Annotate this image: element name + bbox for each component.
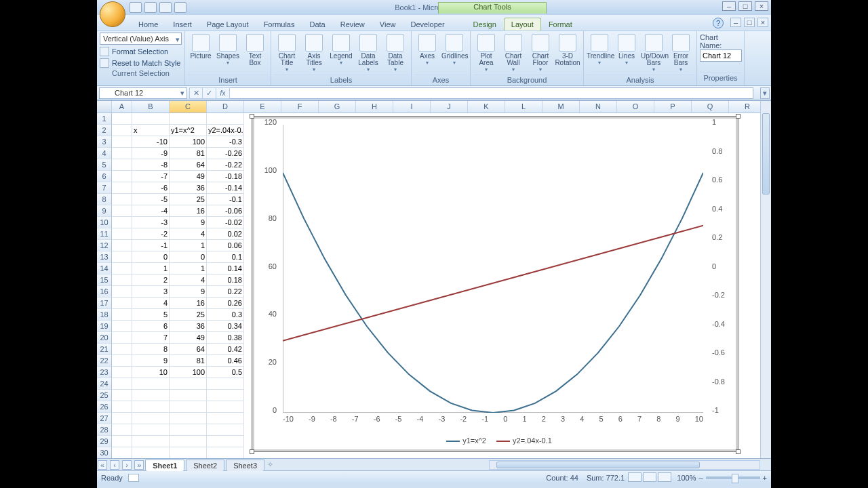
cell[interactable]: 16 [170,205,207,217]
cell[interactable] [170,436,207,447]
cell[interactable] [170,424,207,436]
tab-review[interactable]: Review [333,18,372,30]
error-bars-button[interactable]: Error Bars [668,33,694,73]
cell[interactable]: 0 [132,251,170,263]
macro-record-icon[interactable] [128,474,139,482]
row-header[interactable]: 9 [97,205,112,217]
row-header[interactable]: 13 [97,251,112,263]
plot-area-button[interactable]: Plot Area [473,33,499,73]
row-header[interactable]: 7 [97,182,112,194]
column-header-D[interactable]: D [207,101,244,113]
fx-icon[interactable]: fx [216,87,230,99]
cell[interactable] [132,378,170,390]
cell[interactable]: 8 [132,344,170,355]
column-header-E[interactable]: E [244,101,281,113]
cell[interactable]: 3 [132,286,170,298]
column-header-J[interactable]: J [431,101,468,113]
cell[interactable]: 6 [132,321,170,332]
column-header-C[interactable]: C [170,101,207,113]
cell[interactable]: -0.18 [207,171,244,182]
cell[interactable]: 0.46 [207,355,244,367]
tab-developer[interactable]: Developer [403,18,452,30]
rotation-button[interactable]: 3-D Rotation [555,33,580,66]
zoom-slider[interactable] [706,476,760,479]
close-button[interactable]: × [755,1,768,11]
cell[interactable] [112,148,132,159]
cell[interactable]: 9 [170,286,207,298]
cell[interactable] [132,436,170,447]
cell[interactable] [132,413,170,424]
cell[interactable] [170,413,207,424]
cell[interactable] [207,436,244,447]
cell[interactable]: 4 [132,298,170,309]
cell[interactable]: 25 [170,194,207,205]
help-icon[interactable]: ? [713,18,724,28]
cell[interactable] [112,228,132,240]
text-box-button[interactable]: Text Box [242,33,268,66]
chart-element-combo[interactable]: Vertical (Value) Axis [100,33,182,45]
chart-floor-button[interactable]: Chart Floor [528,33,553,73]
sheet-nav-first-icon[interactable]: « [98,460,107,470]
trendline-button[interactable]: Trendline [587,33,612,66]
row-header[interactable]: 10 [97,217,112,228]
cell[interactable] [132,401,170,413]
row-header[interactable]: 12 [97,240,112,251]
cell[interactable] [112,113,132,125]
cell[interactable]: 0.1 [207,251,244,263]
tab-format[interactable]: Format [541,18,580,30]
cell[interactable] [112,159,132,171]
cell[interactable]: 0.5 [207,367,244,378]
tab-formulas[interactable]: Formulas [256,18,302,30]
cell[interactable]: 36 [170,321,207,332]
axis-titles-button[interactable]: Axis Titles [301,33,327,73]
cell[interactable]: -2 [132,228,170,240]
column-header-A[interactable]: A [112,101,132,113]
page-break-view-icon[interactable] [658,472,671,482]
chart-name-input[interactable] [700,49,742,62]
cell[interactable] [112,298,132,309]
cell[interactable]: -7 [132,171,170,182]
cell[interactable] [112,136,132,148]
cell[interactable]: 0.18 [207,274,244,286]
cell[interactable]: -0.14 [207,182,244,194]
tab-data[interactable]: Data [302,18,332,30]
cell[interactable] [112,205,132,217]
cell[interactable] [112,344,132,355]
column-header-K[interactable]: K [468,101,505,113]
cell[interactable] [207,413,244,424]
cell[interactable]: 1 [170,263,207,274]
cell[interactable] [207,424,244,436]
expand-formula-bar-icon[interactable]: ▾ [760,87,770,99]
sheet-tab-1[interactable]: Sheet1 [145,460,184,471]
column-header-O[interactable]: O [617,101,654,113]
scrollbar-thumb[interactable] [496,462,700,468]
picture-button[interactable]: Picture [188,33,214,60]
doc-minimize-button[interactable]: – [730,18,741,27]
normal-view-icon[interactable] [628,472,642,482]
cell[interactable] [112,413,132,424]
save-icon[interactable] [130,2,142,13]
cell[interactable]: -8 [132,159,170,171]
cell[interactable] [170,390,207,401]
column-header-B[interactable]: B [132,101,170,113]
cell[interactable] [112,378,132,390]
row-header[interactable]: 28 [97,424,112,436]
column-header-N[interactable]: N [580,101,617,113]
cell[interactable]: 4 [170,274,207,286]
tab-home[interactable]: Home [131,18,165,30]
chart-title-button[interactable]: Chart Title [274,33,300,73]
tab-layout[interactable]: Layout [504,18,541,30]
cancel-formula-icon[interactable]: ✕ [189,87,203,99]
zoom-level[interactable]: 100% [677,474,696,482]
row-header[interactable]: 26 [97,401,112,413]
cell[interactable]: -4 [132,205,170,217]
undo-icon[interactable] [144,2,157,13]
row-header[interactable]: 21 [97,344,112,355]
cell[interactable]: 9 [132,355,170,367]
cell[interactable]: -0.3 [207,136,244,148]
cell[interactable] [132,424,170,436]
cell[interactable] [112,309,132,321]
column-header-H[interactable]: H [356,101,393,113]
row-header[interactable]: 25 [97,390,112,401]
cell[interactable] [112,436,132,447]
